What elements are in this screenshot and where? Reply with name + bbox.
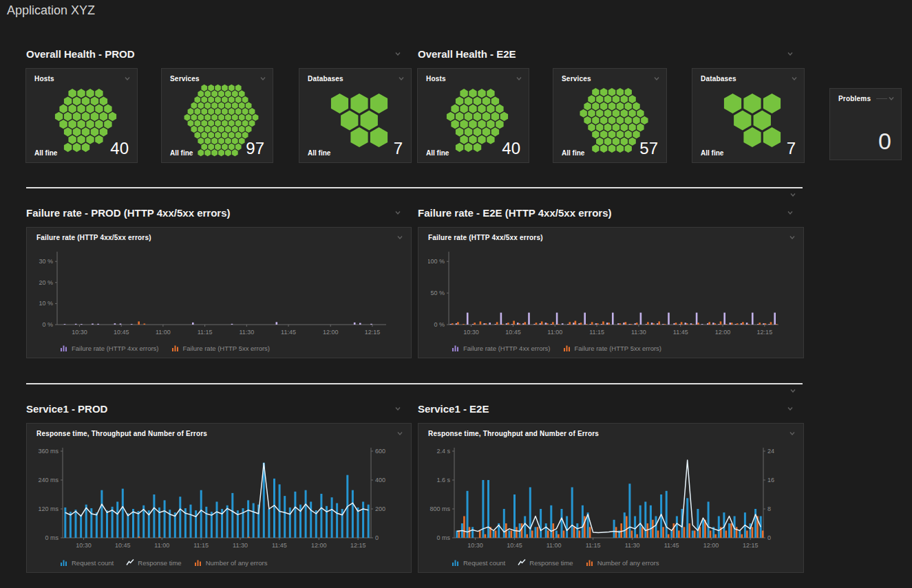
failure-rate-prod-tile[interactable]: Failure rate (HTTP 4xx/5xx errors) 0 %10… xyxy=(26,227,412,358)
hexagon-healthy xyxy=(600,102,607,111)
hexagon-healthy xyxy=(55,112,63,121)
chevron-down-icon[interactable] xyxy=(259,74,267,83)
legend-label: Response time xyxy=(529,559,573,567)
svg-text:11:30: 11:30 xyxy=(233,542,248,549)
hexagon-healthy xyxy=(235,85,242,91)
chevron-down-icon[interactable] xyxy=(788,429,796,437)
legend-item[interactable]: Failure rate (HTTP 5xx errors) xyxy=(171,344,271,352)
hexagon-healthy xyxy=(225,90,231,97)
legend-item[interactable]: Request count xyxy=(452,558,505,567)
chart-plot-area[interactable]: 0 %50 %100 %10:3010:4511:0011:1511:3011:… xyxy=(428,248,794,340)
chevron-down-icon[interactable] xyxy=(789,386,797,395)
section-divider xyxy=(26,383,803,384)
svg-text:16: 16 xyxy=(767,477,774,483)
chevron-down-icon[interactable] xyxy=(789,190,797,199)
dashboard-page: Application XYZ Overall Health - PROD Ov… xyxy=(0,0,912,588)
legend-item[interactable]: Response time xyxy=(126,558,181,567)
hexagon-healthy xyxy=(734,111,751,131)
chart-plot-area[interactable]: 0 %10 %20 %30 %10:3010:4511:0011:1511:30… xyxy=(36,248,401,340)
chevron-down-icon[interactable] xyxy=(786,404,794,413)
hexagon-healthy xyxy=(86,105,94,113)
chevron-down-icon[interactable] xyxy=(394,50,402,58)
svg-text:11:30: 11:30 xyxy=(239,329,254,336)
legend-item[interactable]: Request count xyxy=(60,558,114,567)
svg-text:11:00: 11:00 xyxy=(547,542,562,549)
legend-item[interactable]: Number of any errors xyxy=(586,558,659,567)
svg-text:50 %: 50 % xyxy=(430,290,445,296)
svg-text:10 %: 10 % xyxy=(39,300,53,307)
chart-plot-area[interactable]: 0 ms800 ms1.6 s2.4 s08162410:3010:4511:0… xyxy=(428,444,794,553)
svg-text:10:30: 10:30 xyxy=(467,542,483,549)
hexagon-healthy xyxy=(246,126,252,133)
hexagon-healthy xyxy=(225,102,231,109)
legend-label: Response time xyxy=(138,559,181,567)
hexagon-healthy xyxy=(456,96,463,105)
legend-item[interactable]: Failure rate (HTTP 4xx errors) xyxy=(452,344,551,352)
health-tile-databases-prod[interactable]: Databases All fine7 xyxy=(299,68,412,163)
hexagon-healthy xyxy=(763,94,781,113)
chevron-down-icon[interactable] xyxy=(515,74,523,83)
chevron-down-icon[interactable] xyxy=(887,94,895,102)
hexagon-healthy xyxy=(198,126,204,133)
legend-item[interactable]: Response time xyxy=(518,558,573,567)
chevron-down-icon[interactable] xyxy=(653,74,661,83)
chevron-down-icon[interactable] xyxy=(123,74,131,83)
hexagon-healthy xyxy=(204,90,211,97)
hexagon-healthy xyxy=(232,90,238,97)
svg-text:12:00: 12:00 xyxy=(311,542,327,549)
section-title: Overall Health - PROD xyxy=(26,48,135,60)
hexagon-healthy xyxy=(242,131,248,138)
problems-tile[interactable]: Problems 0 xyxy=(829,88,902,160)
chevron-down-icon[interactable] xyxy=(790,74,798,83)
health-tile-hosts-prod[interactable]: Hosts All fine40 xyxy=(25,68,138,163)
chevron-down-icon[interactable] xyxy=(786,208,794,217)
hexagon-healthy xyxy=(104,120,112,129)
legend-item[interactable]: Number of any errors xyxy=(194,558,268,567)
chart-plot-area[interactable]: 0 ms120 ms240 ms360 ms020040060010:3010:… xyxy=(36,444,401,553)
health-tile-databases-e2e[interactable]: Databases All fine7 xyxy=(692,68,805,163)
chevron-down-icon[interactable] xyxy=(396,429,404,437)
svg-text:11:30: 11:30 xyxy=(625,542,640,549)
hexagon-healthy xyxy=(77,105,85,113)
hexagon-healthy xyxy=(211,114,218,121)
hexagon-healthy xyxy=(239,126,245,133)
chevron-down-icon[interactable] xyxy=(394,404,402,413)
health-tile-services-prod[interactable]: Services All fine97 xyxy=(161,68,273,163)
hexagon-healthy xyxy=(91,127,99,136)
hexagon-healthy xyxy=(478,89,485,98)
legend-label: Request count xyxy=(463,559,505,567)
section-header-failure-prod: Failure rate - PROD (HTTP 4xx/5xx errors… xyxy=(26,207,412,221)
hexagon-healthy xyxy=(637,123,644,131)
hexagon-healthy xyxy=(235,131,242,138)
failure-rate-e2e-tile[interactable]: Failure rate (HTTP 4xx/5xx errors) 0 %50… xyxy=(418,227,804,358)
hexagon-healthy xyxy=(211,90,218,97)
hexagon-healthy xyxy=(724,94,741,113)
hexagon-healthy xyxy=(235,96,242,103)
svg-text:2.4 s: 2.4 s xyxy=(436,448,450,455)
service1-prod-tile[interactable]: Response time, Throughput and Number of … xyxy=(26,423,412,573)
hexagon-healthy xyxy=(208,96,214,103)
hexagon-healthy xyxy=(204,102,211,109)
chevron-down-icon[interactable] xyxy=(788,233,796,241)
hexagon-healthy xyxy=(478,120,485,129)
hexagon-healthy xyxy=(222,108,228,115)
hexagon-healthy xyxy=(474,112,481,121)
chevron-down-icon[interactable] xyxy=(786,50,794,58)
hexagon-healthy xyxy=(482,112,491,121)
svg-text:10:45: 10:45 xyxy=(114,329,129,336)
health-tile-hosts-e2e[interactable]: Hosts All fine40 xyxy=(417,68,529,163)
health-tile-services-e2e[interactable]: Services All fine57 xyxy=(553,68,667,163)
chevron-down-icon[interactable] xyxy=(397,74,405,83)
legend-item[interactable]: Failure rate (HTTP 4xx errors) xyxy=(60,344,159,352)
legend-item[interactable]: Failure rate (HTTP 5xx errors) xyxy=(563,344,662,352)
hexagon-healthy xyxy=(460,89,467,98)
hexagon-healthy xyxy=(613,95,620,103)
hexagon-healthy xyxy=(249,108,255,115)
svg-text:12:00: 12:00 xyxy=(715,329,731,336)
hexagon-healthy xyxy=(68,120,76,129)
chevron-down-icon[interactable] xyxy=(394,208,402,217)
service1-e2e-tile[interactable]: Response time, Throughput and Number of … xyxy=(418,423,804,573)
chevron-down-icon[interactable] xyxy=(396,233,404,241)
hexagon-healthy xyxy=(370,94,388,113)
hexagon-healthy xyxy=(242,120,248,127)
